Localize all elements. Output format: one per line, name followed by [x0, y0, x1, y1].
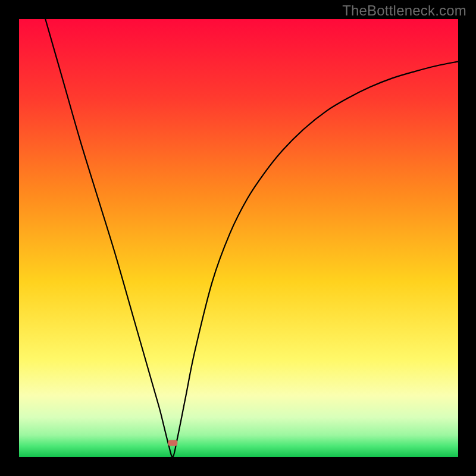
plot-background — [19, 19, 458, 457]
chart-container: TheBottleneck.com — [0, 0, 476, 476]
minimum-marker — [168, 440, 177, 446]
watermark-text: TheBottleneck.com — [342, 2, 466, 19]
bottleneck-chart — [0, 0, 476, 476]
